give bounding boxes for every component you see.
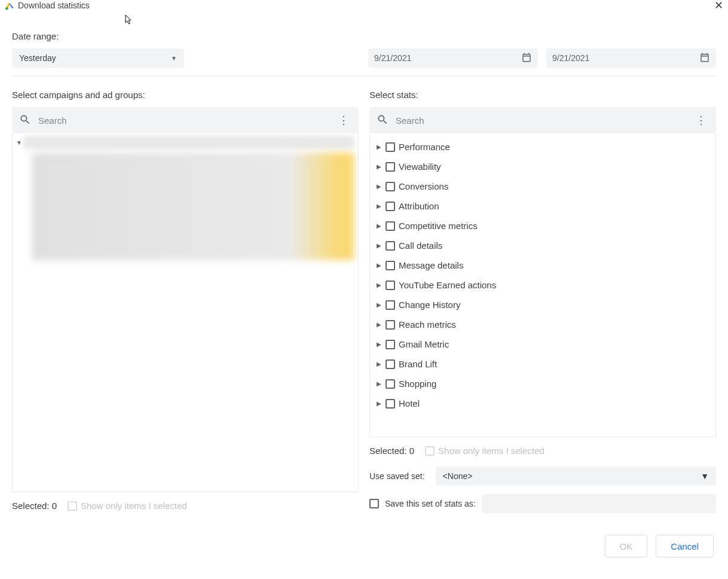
stat-row[interactable]: ▶Brand Lift	[372, 354, 713, 374]
save-set-label: Save this set of stats as:	[385, 499, 476, 508]
stat-label: Viewability	[399, 161, 441, 172]
campaigns-show-only-selected[interactable]: Show only items I selected	[68, 501, 187, 511]
date-range-preset-value: Yesterday	[19, 53, 56, 63]
stat-row[interactable]: ▶YouTube Earned actions	[372, 275, 713, 295]
expand-icon[interactable]: ▶	[376, 380, 382, 387]
campaign-item-redacted[interactable]	[23, 136, 354, 149]
stat-checkbox[interactable]	[386, 281, 395, 290]
close-icon[interactable]: ✕	[714, 0, 723, 11]
use-saved-set-label: Use saved set:	[369, 471, 425, 481]
checkbox-icon	[425, 446, 435, 456]
campaigns-list[interactable]: ▼	[12, 133, 359, 492]
campaigns-search-bar: ⋮	[12, 107, 359, 133]
stat-checkbox[interactable]	[386, 221, 395, 231]
stat-row[interactable]: ▶Conversions	[372, 176, 713, 196]
date-from-value: 9/21/2021	[374, 53, 411, 63]
expand-icon[interactable]: ▶	[376, 242, 382, 249]
stat-row[interactable]: ▶Attribution	[372, 196, 713, 216]
stat-row[interactable]: ▶Competitive metrics	[372, 216, 713, 236]
stats-pane: Select stats: ⋮ ▶Performance▶Viewability…	[369, 81, 716, 513]
date-range-label: Date range:	[12, 31, 716, 41]
expand-icon[interactable]: ▶	[376, 321, 382, 328]
stat-label: Change History	[399, 300, 460, 310]
expand-icon[interactable]: ▶	[376, 223, 382, 229]
stat-label: Attribution	[399, 201, 439, 211]
stats-selected-label: Selected: 0	[369, 446, 414, 456]
campaign-items-redacted[interactable]	[32, 153, 354, 260]
titlebar-left: Download statistics	[5, 1, 90, 10]
stat-checkbox[interactable]	[386, 320, 395, 330]
stat-checkbox[interactable]	[386, 142, 395, 152]
expand-icon[interactable]: ▶	[376, 203, 382, 209]
expand-icon[interactable]: ▶	[376, 341, 382, 348]
stats-list: ▶Performance▶Viewability▶Conversions▶Att…	[369, 133, 716, 437]
stat-checkbox[interactable]	[386, 379, 395, 389]
stat-checkbox[interactable]	[386, 399, 395, 409]
dialog-buttons: OK Cancel	[12, 535, 716, 557]
stat-label: Brand Lift	[399, 359, 437, 369]
stat-label: Competitive metrics	[399, 221, 478, 231]
expand-icon[interactable]: ▶	[376, 361, 382, 367]
campaigns-selected-label: Selected: 0	[12, 501, 57, 511]
stat-label: Shopping	[399, 379, 436, 389]
checkbox-icon	[68, 501, 77, 511]
stat-checkbox[interactable]	[386, 202, 395, 211]
stat-row[interactable]: ▶Call details	[372, 236, 713, 255]
stat-label: Gmail Metric	[399, 339, 449, 349]
date-from-input[interactable]: 9/21/2021	[368, 48, 538, 68]
svg-point-0	[5, 7, 8, 10]
stat-row[interactable]: ▶Performance	[372, 137, 713, 157]
search-icon	[19, 114, 31, 127]
expand-icon[interactable]: ▶	[376, 301, 382, 308]
saved-set-value: <None>	[443, 471, 473, 481]
stat-checkbox[interactable]	[386, 261, 395, 270]
stat-label: Hotel	[399, 398, 420, 409]
date-to-input[interactable]: 9/21/2021	[546, 48, 716, 68]
campaigns-label: Select campaigns and ad groups:	[12, 90, 359, 100]
campaigns-search-input[interactable]	[38, 115, 336, 126]
stat-row[interactable]: ▶Reach metrics	[372, 315, 713, 334]
saved-set-dropdown[interactable]: <None> ▼	[436, 467, 716, 486]
campaigns-pane: Select campaigns and ad groups: ⋮ ▼	[12, 81, 359, 513]
date-range-preset-dropdown[interactable]: Yesterday ▼	[12, 48, 184, 68]
save-set-row: Save this set of stats as:	[369, 494, 716, 513]
stat-checkbox[interactable]	[386, 241, 395, 251]
collapse-icon[interactable]: ▼	[16, 139, 23, 146]
campaigns-kebab-icon[interactable]: ⋮	[336, 114, 351, 127]
stat-checkbox[interactable]	[386, 340, 395, 349]
stats-label: Select stats:	[369, 90, 716, 100]
chevron-down-icon: ▼	[701, 471, 709, 481]
google-ads-logo-icon	[5, 1, 14, 10]
stats-search-input[interactable]	[396, 115, 693, 126]
ok-button[interactable]: OK	[605, 535, 648, 557]
stat-row[interactable]: ▶Viewability	[372, 157, 713, 176]
expand-icon[interactable]: ▶	[376, 262, 382, 269]
save-set-checkbox[interactable]	[369, 499, 379, 508]
saved-set-row: Use saved set: <None> ▼	[369, 467, 716, 486]
stat-checkbox[interactable]	[386, 359, 395, 369]
stats-kebab-icon[interactable]: ⋮	[693, 114, 709, 127]
expand-icon[interactable]: ▶	[376, 144, 382, 150]
expand-icon[interactable]: ▶	[376, 400, 382, 407]
calendar-icon	[699, 52, 710, 65]
save-set-name-input[interactable]	[482, 494, 716, 513]
chevron-down-icon: ▼	[171, 55, 177, 62]
stat-row[interactable]: ▶Gmail Metric	[372, 334, 713, 354]
stat-row[interactable]: ▶Shopping	[372, 374, 713, 394]
search-icon	[377, 114, 389, 127]
stat-row[interactable]: ▶Change History	[372, 295, 713, 315]
expand-icon[interactable]: ▶	[376, 163, 382, 170]
divider	[12, 76, 716, 77]
stat-label: Performance	[399, 142, 450, 152]
stats-selected-row: Selected: 0 Show only items I selected	[369, 446, 716, 456]
cancel-button[interactable]: Cancel	[656, 535, 714, 557]
stat-checkbox[interactable]	[386, 162, 395, 172]
expand-icon[interactable]: ▶	[376, 282, 382, 288]
stat-checkbox[interactable]	[386, 300, 395, 310]
stat-label: Call details	[399, 240, 442, 251]
stat-checkbox[interactable]	[386, 182, 395, 191]
expand-icon[interactable]: ▶	[376, 183, 382, 190]
stats-show-only-selected[interactable]: Show only items I selected	[425, 446, 545, 456]
stat-row[interactable]: ▶Hotel	[372, 394, 713, 413]
stat-row[interactable]: ▶Message details	[372, 255, 713, 275]
